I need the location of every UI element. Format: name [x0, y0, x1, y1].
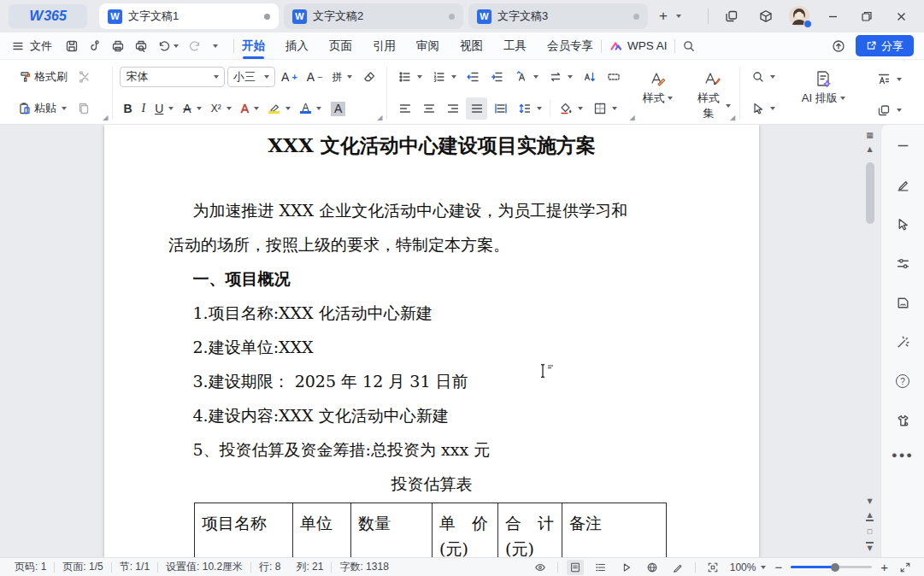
doc-tab-2[interactable]: W 文字文稿2: [284, 3, 463, 29]
new-tab-chevron-icon[interactable]: [676, 15, 681, 18]
doc-list-item[interactable]: 2.建设单位:XXX: [193, 330, 696, 364]
upload-cloud-icon[interactable]: [831, 38, 845, 53]
estimate-table[interactable]: 项目名称 单位 数量 单 价(元) 合 计(元) 备注: [194, 503, 667, 557]
align-left-button[interactable]: [394, 97, 415, 120]
table-cell[interactable]: 合 计(元): [498, 503, 562, 558]
ruler-toggle-icon[interactable]: ▦: [859, 128, 880, 142]
strikethrough-button[interactable]: A: [180, 97, 204, 120]
tab-review[interactable]: 审阅: [415, 33, 440, 59]
align-right-button[interactable]: [442, 97, 463, 120]
text-tool-button[interactable]: [874, 68, 905, 91]
font-family-select[interactable]: 宋体: [120, 67, 225, 87]
table-caption[interactable]: 投资估算表: [168, 467, 695, 501]
ink-pen-icon[interactable]: [669, 560, 686, 575]
wps-ai-button[interactable]: WPS AI: [609, 38, 668, 53]
style-set-button[interactable]: 样式集: [689, 67, 736, 123]
next-page-icon[interactable]: ▼: [866, 540, 874, 554]
underline-button[interactable]: U: [151, 97, 177, 120]
collapse-sidebar-icon[interactable]: [892, 135, 913, 156]
scroll-down-icon[interactable]: ▼: [866, 494, 874, 508]
previous-page-icon[interactable]: ▲: [866, 509, 874, 523]
font-size-select[interactable]: 小三: [227, 67, 275, 87]
font-dialog-launcher-icon[interactable]: ◢: [377, 114, 382, 121]
tab-page[interactable]: 页面: [328, 33, 353, 59]
doc-list-item[interactable]: 3.建设期限： 2025 年 12 月 31 日前: [193, 364, 696, 398]
scrollbar-thumb[interactable]: [866, 162, 874, 224]
paste-button[interactable]: 粘贴: [14, 97, 70, 120]
distribute-button[interactable]: [490, 97, 511, 120]
find-replace-button[interactable]: [747, 66, 779, 88]
fullscreen-icon[interactable]: [897, 560, 914, 575]
magic-wand-icon[interactable]: [892, 332, 913, 352]
select-button[interactable]: [747, 97, 779, 120]
superscript-button[interactable]: X²: [208, 97, 235, 120]
read-mode-icon[interactable]: [618, 560, 635, 575]
show-marks-button[interactable]: [603, 66, 624, 88]
decrease-indent-button[interactable]: [462, 66, 484, 88]
print-preview-icon[interactable]: [133, 38, 148, 53]
bullet-list-button[interactable]: [394, 66, 426, 88]
edit-pen-icon[interactable]: [892, 174, 913, 195]
sort-button[interactable]: [579, 66, 600, 88]
doc-list-item[interactable]: 5、投资估算及资金筹措:总投资为 xxx 元: [193, 432, 696, 467]
select-browse-object-icon[interactable]: □: [866, 525, 874, 538]
justify-button[interactable]: [466, 97, 487, 120]
doc-tab-3[interactable]: W 文字文稿3: [468, 3, 648, 29]
doc-paragraph[interactable]: 活动的场所，按照上级的要求，特制定本方案。: [168, 227, 695, 262]
help-icon[interactable]: ?: [892, 371, 913, 391]
tab-references[interactable]: 引用: [372, 33, 397, 59]
pointer-cursor-icon[interactable]: [892, 214, 913, 234]
print-icon[interactable]: [110, 38, 125, 53]
vertical-scrollbar[interactable]: ▦ ▲ ▼ ▲ □ ▼: [859, 125, 880, 557]
align-center-button[interactable]: [418, 97, 439, 120]
app-center-icon[interactable]: [755, 6, 777, 26]
zoom-level-select[interactable]: 100%: [730, 561, 767, 573]
user-avatar[interactable]: [789, 6, 809, 26]
doc-tab-1[interactable]: W 文字文稿1: [99, 3, 279, 29]
scroll-up-icon[interactable]: ▲: [859, 142, 880, 156]
signature-icon[interactable]: [892, 292, 913, 313]
doc-list-item[interactable]: 4.建设内容:XXX 文化活动中心新建: [193, 398, 696, 432]
text-effect-button[interactable]: A: [238, 97, 262, 120]
decrease-font-button[interactable]: A−: [303, 66, 327, 88]
bold-button[interactable]: B: [120, 97, 135, 120]
tab-switcher-icon[interactable]: [721, 6, 743, 26]
tab-member[interactable]: 会员专享: [546, 33, 594, 59]
export-pdf-icon[interactable]: [87, 38, 102, 53]
copy-button[interactable]: [73, 97, 94, 120]
line-spacing-button[interactable]: [514, 97, 545, 120]
web-view-icon[interactable]: [644, 560, 661, 575]
clear-format-button[interactable]: [358, 66, 380, 88]
table-cell[interactable]: 单 价(元): [433, 503, 498, 558]
settings-sliders-icon[interactable]: [892, 253, 913, 273]
paragraph-dialog-launcher-icon[interactable]: ◢: [630, 114, 635, 121]
eye-protection-icon[interactable]: [532, 560, 549, 575]
highlight-color-button[interactable]: [265, 97, 294, 120]
text-direction-button[interactable]: [510, 66, 542, 88]
zoom-slider-thumb[interactable]: [831, 563, 839, 572]
redo-icon[interactable]: [187, 38, 202, 53]
restore-window-icon[interactable]: [856, 6, 878, 26]
table-cell[interactable]: 单位: [293, 503, 351, 558]
borders-button[interactable]: [589, 97, 621, 120]
search-icon[interactable]: [682, 38, 697, 53]
cjk-layout-button[interactable]: [544, 66, 576, 88]
clipboard-dialog-launcher-icon[interactable]: ◢: [103, 114, 108, 121]
font-color-button[interactable]: A: [297, 97, 325, 120]
doc-paragraph[interactable]: 为加速推进 XXX 企业文化活动中心建设，为员工提供学习和: [168, 193, 695, 227]
wps-365-logo[interactable]: W 365: [9, 4, 87, 28]
undo-icon[interactable]: [156, 38, 171, 53]
undo-chevron-icon[interactable]: [174, 44, 179, 48]
tab-tools[interactable]: 工具: [503, 33, 527, 59]
numbered-list-button[interactable]: [428, 66, 460, 88]
table-cell[interactable]: 数量: [351, 503, 433, 558]
document-area[interactable]: XXX 文化活动中心建设项目实施方案 为加速推进 XXX 企业文化活动中心建设，…: [0, 125, 859, 557]
doc-heading[interactable]: 一、项目概况: [193, 262, 696, 296]
styles-dialog-launcher-icon[interactable]: ◢: [730, 114, 735, 121]
phonetic-guide-button[interactable]: 拼: [328, 66, 356, 88]
doc-list-item[interactable]: 1.项目名称:XXX 化活动中心新建: [193, 296, 696, 330]
outline-view-icon[interactable]: [592, 560, 609, 575]
minimize-window-icon[interactable]: [821, 6, 844, 26]
table-cell[interactable]: 项目名称: [195, 503, 293, 558]
increase-font-button[interactable]: A+: [278, 66, 301, 88]
